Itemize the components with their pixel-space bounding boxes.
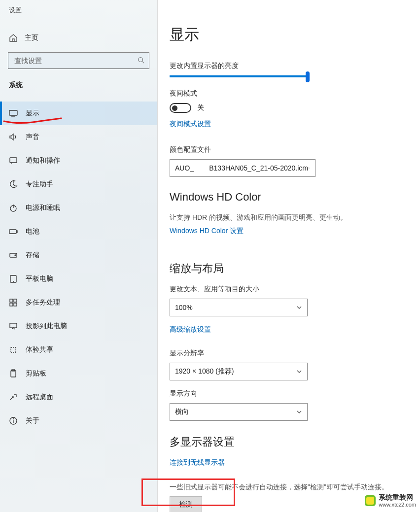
tablet-icon	[9, 274, 18, 283]
chevron-down-icon	[296, 305, 302, 310]
storage-icon	[9, 251, 18, 260]
svg-rect-18	[11, 371, 16, 377]
svg-rect-16	[14, 303, 17, 306]
sidebar-item-label: 通知和操作	[26, 156, 60, 165]
wireless-display-link[interactable]: 连接到无线显示器	[170, 458, 225, 467]
sidebar-home[interactable]: 主页	[0, 30, 157, 46]
multi-display-heading: 多显示器设置	[170, 435, 420, 449]
night-mode-toggle[interactable]	[170, 103, 191, 113]
svg-rect-8	[16, 231, 17, 233]
sidebar-item-label: 平板电脑	[26, 274, 53, 283]
sidebar-item-tablet[interactable]: 平板电脑	[0, 267, 157, 291]
search-icon	[137, 57, 145, 65]
toggle-knob	[172, 105, 177, 111]
scale-layout-heading: 缩放与布局	[170, 261, 420, 276]
about-icon	[9, 416, 18, 425]
sidebar-item-label: 关于	[26, 416, 39, 425]
search-box[interactable]	[8, 52, 149, 69]
focus-icon	[9, 180, 18, 189]
svg-rect-2	[9, 110, 17, 115]
sidebar-item-label: 专注助手	[26, 180, 53, 189]
svg-rect-17	[10, 323, 17, 328]
settings-sidebar: 设置 主页 系统 显示 声音 通知和操作 专注助手 电源和睡眠 电池	[0, 0, 158, 512]
chevron-down-icon	[308, 165, 310, 171]
sidebar-item-focus-assist[interactable]: 专注助手	[0, 172, 157, 196]
scale-dropdown[interactable]: 100%	[170, 299, 308, 316]
svg-rect-14	[14, 299, 17, 302]
window-title: 设置	[0, 6, 157, 15]
sidebar-item-clipboard[interactable]: 剪贴板	[0, 362, 157, 385]
color-profile-label: 颜色配置文件	[170, 145, 420, 154]
svg-rect-7	[9, 230, 16, 234]
chevron-down-icon	[296, 369, 302, 375]
search-input[interactable]	[14, 57, 137, 65]
hd-color-desc: 让支持 HDR 的视频、游戏和应用的画面更明亮、更生动。	[170, 212, 420, 223]
sidebar-item-storage[interactable]: 存储	[0, 243, 157, 267]
night-mode-state: 关	[197, 103, 204, 112]
scale-label: 更改文本、应用等项目的大小	[170, 285, 420, 294]
sidebar-item-label: 存储	[26, 251, 39, 260]
sidebar-section-system: 系统	[0, 78, 157, 93]
color-profile-dropdown[interactable]: AUO_ B133HAN05_C_21-05-2020.icm	[170, 159, 315, 177]
dropdown-value: AUO_ B133HAN05_C_21-05-2020.icm	[175, 164, 308, 172]
sidebar-item-label: 远程桌面	[26, 393, 53, 402]
svg-rect-13	[10, 299, 13, 302]
orientation-label: 显示方向	[170, 389, 420, 398]
sidebar-item-label: 剪贴板	[26, 369, 46, 378]
svg-point-22	[13, 419, 14, 419]
share-icon	[9, 345, 18, 354]
sidebar-item-notifications[interactable]: 通知和操作	[0, 149, 157, 172]
sidebar-item-label: 多任务处理	[26, 298, 60, 307]
sidebar-item-multitasking[interactable]: 多任务处理	[0, 291, 157, 314]
night-mode-label: 夜间模式	[170, 89, 420, 98]
svg-point-0	[139, 57, 143, 62]
hd-color-link[interactable]: Windows HD Color 设置	[170, 227, 244, 236]
remote-icon	[9, 393, 18, 402]
sidebar-item-shared-experiences[interactable]: 体验共享	[0, 338, 157, 362]
watermark-url: www.xtcz2.com	[379, 502, 416, 508]
brightness-label: 更改内置显示器的亮度	[170, 62, 420, 70]
clipboard-icon	[9, 369, 18, 378]
sidebar-item-projecting[interactable]: 投影到此电脑	[0, 314, 157, 338]
sidebar-item-remote-desktop[interactable]: 远程桌面	[0, 385, 157, 409]
hd-color-heading: Windows HD Color	[170, 191, 420, 204]
sidebar-item-display[interactable]: 显示	[0, 102, 157, 125]
main-panel: 显示 更改内置显示器的亮度 夜间模式 关 夜间模式设置 颜色配置文件 AUO_ …	[158, 0, 420, 512]
sidebar-item-label: 体验共享	[26, 345, 53, 354]
chevron-down-icon	[296, 409, 302, 415]
resolution-dropdown[interactable]: 1920 × 1080 (推荐)	[170, 363, 308, 380]
dropdown-value: 1920 × 1080 (推荐)	[175, 367, 234, 376]
svg-rect-4	[10, 158, 17, 163]
sidebar-item-label: 声音	[26, 133, 39, 141]
sidebar-item-label: 显示	[26, 109, 39, 118]
brightness-slider-thumb[interactable]	[306, 71, 310, 82]
watermark-title: 系统重装网	[379, 493, 416, 502]
notify-icon	[9, 156, 18, 165]
sidebar-item-battery[interactable]: 电池	[0, 220, 157, 243]
detect-button[interactable]: 检测	[170, 496, 202, 512]
multitask-icon	[9, 298, 18, 307]
sidebar-home-label: 主页	[25, 34, 38, 42]
page-title: 显示	[170, 25, 420, 45]
multi-display-desc: 一些旧式显示器可能不会进行自动连接，选择"检测"即可尝试手动连接。	[170, 482, 420, 492]
resolution-label: 显示分辨率	[170, 349, 420, 358]
sidebar-item-sound[interactable]: 声音	[0, 125, 157, 149]
project-icon	[9, 322, 18, 331]
power-icon	[9, 204, 18, 212]
sidebar-item-about[interactable]: 关于	[0, 409, 157, 433]
battery-icon	[9, 227, 18, 236]
sidebar-item-label: 电源和睡眠	[26, 204, 60, 212]
display-icon	[9, 109, 18, 118]
brightness-slider[interactable]	[170, 75, 308, 77]
sound-icon	[9, 133, 18, 141]
advanced-scale-link[interactable]: 高级缩放设置	[170, 325, 211, 334]
dropdown-value: 横向	[175, 408, 189, 416]
home-icon	[9, 34, 18, 42]
night-mode-settings-link[interactable]: 夜间模式设置	[170, 120, 211, 129]
sidebar-item-power[interactable]: 电源和睡眠	[0, 196, 157, 220]
watermark-logo-icon	[365, 495, 376, 506]
svg-rect-15	[10, 303, 13, 306]
orientation-dropdown[interactable]: 横向	[170, 403, 308, 421]
svg-line-1	[142, 61, 144, 63]
watermark: 系统重装网 www.xtcz2.com	[365, 493, 416, 508]
